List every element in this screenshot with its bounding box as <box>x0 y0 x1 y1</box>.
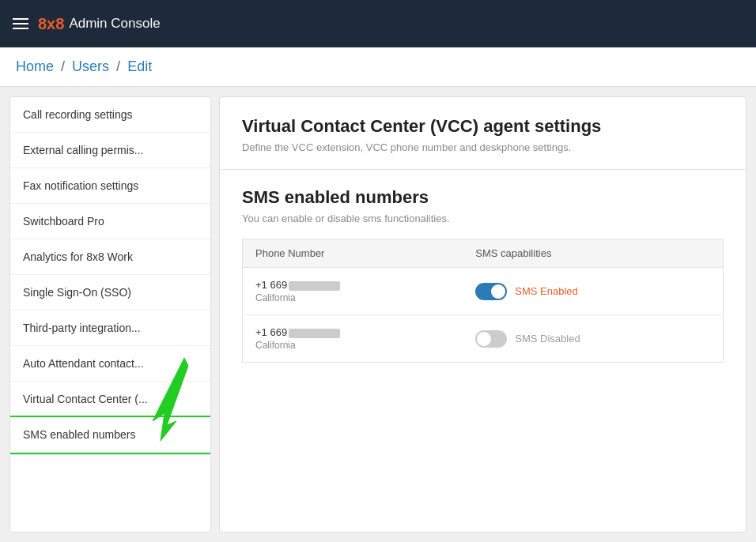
toggle-knob-1 <box>491 284 505 299</box>
sms-capability-cell-1: SMS Enabled <box>463 268 723 315</box>
breadcrumb: Home / Users / Edit <box>16 58 740 75</box>
breadcrumb-edit: Edit <box>127 58 152 74</box>
sms-capability-1: SMS Enabled <box>475 283 710 300</box>
sidebar-item-external-calling[interactable]: External calling permis... <box>10 133 210 168</box>
col-sms-capabilities: SMS capabilities <box>463 239 723 268</box>
breadcrumb-home[interactable]: Home <box>16 58 54 74</box>
phone-state-2: California <box>255 340 450 351</box>
content-panel: Virtual Contact Center (VCC) agent setti… <box>219 96 747 533</box>
table-row: +1 669 California SMS Disabled <box>243 315 724 363</box>
header: 8x8 Admin Console <box>0 0 756 47</box>
main-container: Call recording settings External calling… <box>0 87 756 542</box>
phone-cell-2: +1 669 California <box>243 315 463 363</box>
sidebar-item-call-recording[interactable]: Call recording settings <box>10 97 210 133</box>
col-phone-number: Phone Number <box>243 239 463 268</box>
phone-number-2: +1 669 <box>255 326 450 338</box>
sidebar-item-switchboard-pro[interactable]: Switchboard Pro <box>10 204 210 239</box>
table-row: +1 669 California SMS Enabled <box>243 268 724 315</box>
sidebar: Call recording settings External calling… <box>9 96 211 533</box>
logo-8x8: 8x8 <box>38 15 64 33</box>
sms-toggle-2[interactable] <box>475 330 507 348</box>
sidebar-item-analytics[interactable]: Analytics for 8x8 Work <box>10 239 210 275</box>
sms-table: Phone Number SMS capabilities +1 669 Cal… <box>242 239 724 363</box>
phone-number-1: +1 669 <box>255 279 450 291</box>
app-name: Admin Console <box>69 16 160 32</box>
sidebar-item-third-party[interactable]: Third-party integration... <box>10 311 210 346</box>
table-header-row: Phone Number SMS capabilities <box>243 239 724 268</box>
redacted-number-1 <box>289 281 340 291</box>
phone-state-1: California <box>255 292 450 303</box>
separator-1: / <box>61 58 65 74</box>
menu-icon[interactable] <box>13 18 28 29</box>
sidebar-item-auto-attendant[interactable]: Auto Attendant contact... <box>10 346 210 382</box>
sidebar-item-fax-notification[interactable]: Fax notification settings <box>10 168 210 204</box>
sms-enabled-label-1: SMS Enabled <box>515 285 578 297</box>
sidebar-item-virtual-contact[interactable]: Virtual Contact Center (... <box>10 382 210 417</box>
vcc-title: Virtual Contact Center (VCC) agent setti… <box>242 116 724 137</box>
breadcrumb-bar: Home / Users / Edit <box>0 47 756 87</box>
sms-section: SMS enabled numbers You can enable or di… <box>220 170 746 380</box>
vcc-section: Virtual Contact Center (VCC) agent setti… <box>220 97 746 170</box>
sms-toggle-1[interactable] <box>475 283 507 300</box>
breadcrumb-users[interactable]: Users <box>72 58 109 74</box>
logo: 8x8 Admin Console <box>38 15 161 33</box>
sidebar-item-sso[interactable]: Single Sign-On (SSO) <box>10 275 210 311</box>
sms-subtitle: You can enable or disable sms functional… <box>242 213 724 224</box>
sidebar-item-sms-enabled[interactable]: SMS enabled numbers <box>10 417 210 453</box>
sms-capability-cell-2: SMS Disabled <box>463 315 723 363</box>
toggle-knob-2 <box>477 332 491 346</box>
redacted-number-2 <box>289 329 340 338</box>
vcc-subtitle: Define the VCC extension, VCC phone numb… <box>242 141 724 153</box>
sms-capability-2: SMS Disabled <box>475 330 710 348</box>
separator-2: / <box>116 58 120 74</box>
sms-disabled-label-2: SMS Disabled <box>515 333 580 344</box>
phone-cell-1: +1 669 California <box>243 268 463 315</box>
sms-title: SMS enabled numbers <box>242 187 724 208</box>
